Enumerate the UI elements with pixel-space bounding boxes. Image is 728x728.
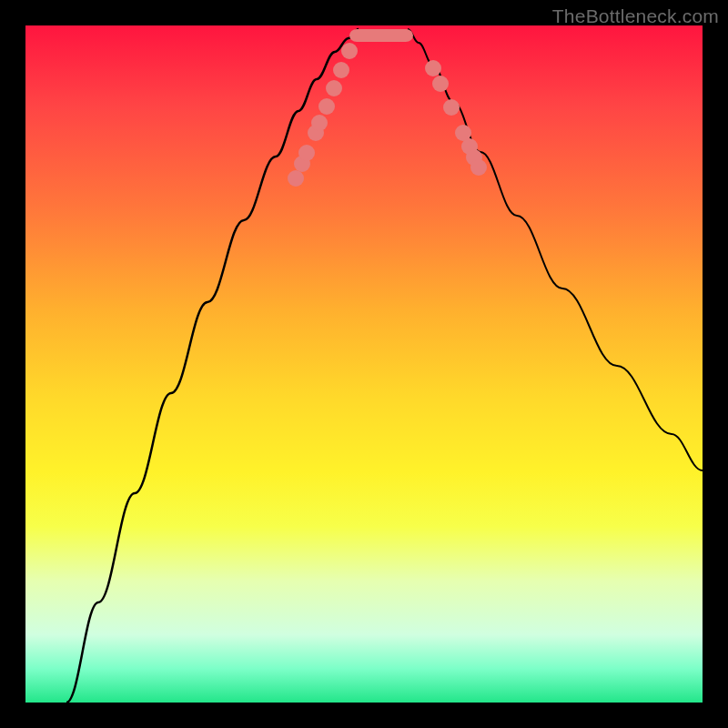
chart-frame: TheBottleneck.com (0, 0, 728, 728)
plot-area (25, 25, 703, 703)
right-branch-line (408, 29, 703, 470)
watermark-text: TheBottleneck.com (552, 5, 719, 27)
data-marker (298, 145, 315, 161)
data-marker (333, 62, 349, 78)
data-marker (470, 159, 487, 176)
markers-left-group (288, 43, 358, 187)
curve-svg (25, 25, 703, 703)
data-marker (425, 60, 441, 76)
data-marker (432, 76, 449, 92)
data-marker (288, 170, 304, 187)
data-marker (326, 80, 342, 96)
markers-right-group (425, 60, 487, 176)
bottom-bar (349, 29, 413, 42)
data-marker (341, 43, 358, 59)
data-marker (443, 99, 460, 116)
data-marker (311, 115, 328, 131)
data-marker (318, 98, 335, 115)
